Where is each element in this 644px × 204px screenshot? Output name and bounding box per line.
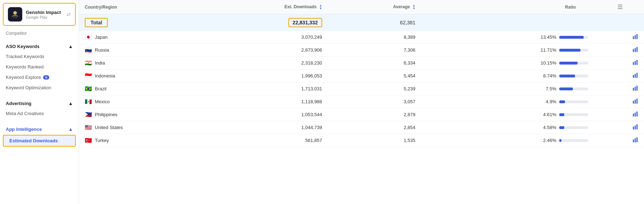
flag-icon: 🇺🇸 xyxy=(85,125,92,130)
bar-chart-icon[interactable] xyxy=(633,47,638,53)
bar-chart-icon[interactable] xyxy=(633,99,638,105)
average-cell: 8,389 xyxy=(328,31,421,44)
sidebar-item-meta-ad-creatives[interactable]: Meta Ad Creatives xyxy=(0,108,79,119)
sidebar-item-keyword-optimization[interactable]: Keyword Optimization xyxy=(0,82,79,93)
bar-chart-icon[interactable] xyxy=(633,73,638,79)
aso-keywords-header[interactable]: ASO Keywords ▲ xyxy=(0,40,79,51)
svg-rect-14 xyxy=(633,88,634,91)
total-downloads-cell: 22,831,332 xyxy=(224,14,328,31)
svg-rect-11 xyxy=(633,75,634,78)
col-header-chart[interactable]: ☰ xyxy=(597,0,644,14)
country-name: Philippines xyxy=(95,112,117,117)
bar-chart-icon[interactable] xyxy=(633,86,638,92)
chart-icon-cell[interactable] xyxy=(597,108,644,121)
country-cell: 🇹🇷 Turkey xyxy=(79,134,224,147)
sidebar-item-keywords-ranked[interactable]: Keywords Ranked xyxy=(0,62,79,72)
average-cell: 2,879 xyxy=(328,108,421,121)
ratio-bar xyxy=(559,139,561,142)
ratio-value: 7.5% xyxy=(546,86,556,91)
flag-icon: 🇯🇵 xyxy=(85,34,92,40)
sidebar: Genshin Impact Google Play ⇄ Competitor … xyxy=(0,0,79,204)
ratio-bar xyxy=(559,100,565,103)
average-cell: 5,454 xyxy=(328,70,421,82)
sidebar-item-tracked-keywords[interactable]: Tracked Keywords xyxy=(0,51,79,62)
table-row: 🇺🇸 United States 1,044,7392,854 4.58% xyxy=(79,121,644,134)
bar-chart-icon[interactable] xyxy=(633,34,638,40)
downloads-cell: 561,857 xyxy=(224,134,328,147)
svg-rect-24 xyxy=(635,125,636,129)
ratio-cell: 13.45% xyxy=(421,31,597,44)
advertising-section: Advertising ▲ Meta Ad Creatives xyxy=(0,95,79,121)
ratio-bar-container xyxy=(559,139,588,142)
svg-rect-22 xyxy=(636,112,638,117)
ratio-bar-container xyxy=(559,75,588,77)
country-content: 🇺🇸 United States xyxy=(85,125,218,130)
bar-chart-icon[interactable] xyxy=(633,124,638,131)
country-name: Russia xyxy=(95,47,109,53)
svg-rect-13 xyxy=(636,73,638,78)
flag-icon: 🇲🇽 xyxy=(85,99,92,104)
total-chart-cell xyxy=(597,14,644,31)
country-name: Indonesia xyxy=(95,73,115,79)
sidebar-item-estimated-downloads[interactable]: Estimated Downloads xyxy=(3,135,76,147)
chevron-up-icon-ai: ▲ xyxy=(68,127,73,132)
svg-rect-17 xyxy=(633,101,634,104)
country-content: 🇯🇵 Japan xyxy=(85,34,218,40)
competitor-item[interactable]: Competitor xyxy=(0,29,79,38)
sidebar-item-keyword-explore[interactable]: Keyword Explore N xyxy=(0,72,79,82)
chart-icon-cell[interactable] xyxy=(597,57,644,70)
svg-rect-5 xyxy=(633,49,634,52)
ratio-content: 4.61% xyxy=(427,112,592,117)
downloads-cell: 3,070,249 xyxy=(224,31,328,44)
ratio-bar xyxy=(559,49,580,52)
svg-rect-25 xyxy=(636,124,638,129)
table-body: Total 22,831,332 62,381 🇯🇵 Japan 3,070,2… xyxy=(79,14,644,147)
bar-chart-icon[interactable] xyxy=(633,137,638,143)
chart-icon-cell[interactable] xyxy=(597,121,644,134)
svg-rect-9 xyxy=(635,61,636,65)
app-intelligence-header[interactable]: App Intelligence ▲ xyxy=(0,123,79,134)
bar-chart-icon[interactable] xyxy=(633,112,638,118)
chart-icon-cell[interactable] xyxy=(597,31,644,44)
table-row: 🇵🇭 Philippines 1,053,5442,879 4.61% xyxy=(79,108,644,121)
advertising-header[interactable]: Advertising ▲ xyxy=(0,97,79,108)
svg-rect-23 xyxy=(633,127,634,129)
total-ratio-cell xyxy=(421,14,597,31)
chart-icon-cell[interactable] xyxy=(597,82,644,95)
ratio-bar xyxy=(559,87,573,90)
ratio-content: 4.58% xyxy=(427,125,592,130)
ratio-cell: 10.15% xyxy=(421,57,597,70)
country-content: 🇹🇷 Turkey xyxy=(85,138,218,143)
country-cell: 🇧🇷 Brazil xyxy=(79,82,224,95)
bar-chart-icon[interactable] xyxy=(633,60,638,66)
col-header-average[interactable]: Average ▲▼ xyxy=(328,0,421,14)
table-row: 🇮🇩 Indonesia 1,996,0535,454 8.74% xyxy=(79,70,644,82)
downloads-cell: 1,044,739 xyxy=(224,121,328,134)
chevron-up-icon-adv: ▲ xyxy=(68,101,73,106)
average-cell: 6,334 xyxy=(328,57,421,70)
col-header-downloads[interactable]: Est. Downloads ▲▼ xyxy=(224,0,328,14)
svg-rect-27 xyxy=(635,138,636,142)
swap-icon[interactable]: ⇄ xyxy=(66,11,71,17)
downloads-cell: 1,118,988 xyxy=(224,95,328,108)
ratio-content: 10.15% xyxy=(427,60,592,66)
ratio-value: 4.58% xyxy=(543,125,556,130)
ratio-bar-container xyxy=(559,49,588,52)
ratio-value: 8.74% xyxy=(543,73,556,79)
table-header-row: Country/Region Est. Downloads ▲▼ Average… xyxy=(79,0,644,14)
chart-icon-cell[interactable] xyxy=(597,95,644,108)
ratio-value: 4.9% xyxy=(546,99,556,104)
chart-icon-cell[interactable] xyxy=(597,134,644,147)
chart-icon-cell[interactable] xyxy=(597,44,644,57)
country-cell: 🇵🇭 Philippines xyxy=(79,108,224,121)
chart-icon-cell[interactable] xyxy=(597,70,644,82)
ratio-content: 11.71% xyxy=(427,47,592,53)
total-downloads-value: 22,831,332 xyxy=(288,18,322,27)
app-header[interactable]: Genshin Impact Google Play ⇄ xyxy=(3,3,76,26)
menu-icon[interactable]: ☰ xyxy=(617,4,622,10)
country-content: 🇮🇩 Indonesia xyxy=(85,73,218,79)
svg-rect-2 xyxy=(633,36,634,39)
app-platform: Google Play xyxy=(26,15,66,19)
downloads-cell: 2,673,906 xyxy=(224,44,328,57)
table-row: 🇲🇽 Mexico 1,118,9883,057 4.9% xyxy=(79,95,644,108)
